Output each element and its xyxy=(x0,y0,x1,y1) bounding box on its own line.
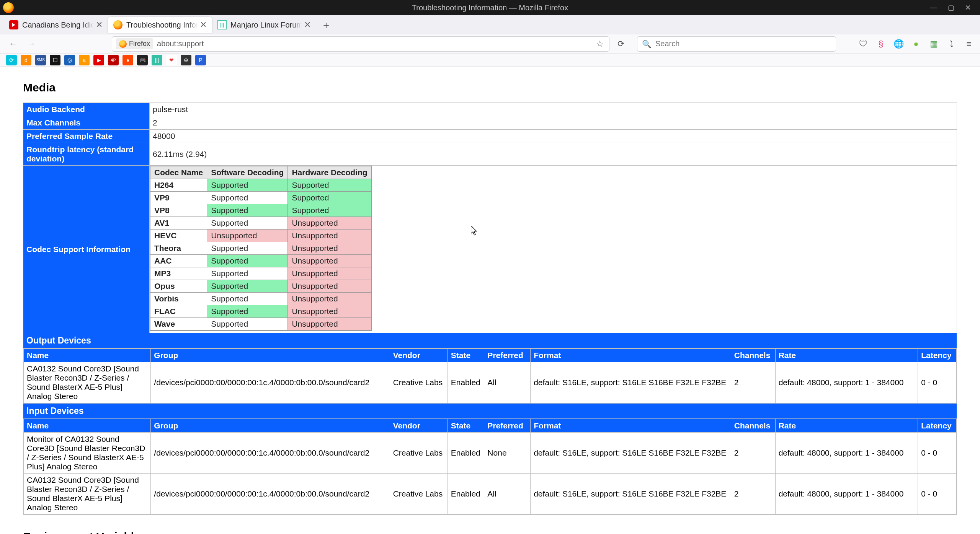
new-tab-button[interactable]: ＋ xyxy=(318,17,334,33)
codec-name: Theora xyxy=(150,242,207,255)
bookmark-star-icon[interactable]: ☆ xyxy=(596,39,604,49)
device-rate: default: 48000, support: 1 - 384000 xyxy=(775,474,918,514)
url-bar[interactable]: Firefox about:support ☆ xyxy=(112,36,609,52)
device-latency: 0 - 0 xyxy=(918,362,957,403)
search-input[interactable] xyxy=(655,39,831,48)
globe-icon[interactable]: 🌐 xyxy=(893,39,903,49)
device-group: /devices/pci0000:00/0000:00:1c.4/0000:0b… xyxy=(151,474,390,514)
identity-chip[interactable]: Firefox xyxy=(116,38,153,49)
back-button[interactable]: ← xyxy=(6,37,20,51)
shield-icon[interactable]: 🛡 xyxy=(858,39,868,49)
close-tab-icon[interactable]: ✕ xyxy=(200,20,207,30)
bookmark-icon[interactable]: ||| xyxy=(152,55,162,65)
codec-hw: Unsupported xyxy=(288,217,371,230)
tab-manjaro[interactable]: ||| Manjaro Linux Forum ✕ xyxy=(212,17,316,33)
col-header: Format xyxy=(531,349,731,362)
codec-name: AV1 xyxy=(150,217,207,230)
reload-button[interactable]: ⟳ xyxy=(614,37,628,51)
device-format: default: S16LE, support: S16LE S16BE F32… xyxy=(531,474,731,514)
bookmark-icon[interactable]: ● xyxy=(122,55,133,65)
codec-sw: Supported xyxy=(207,293,288,305)
device-channels: 2 xyxy=(731,362,775,403)
codec-row: MP3SupportedUnsupported xyxy=(150,267,372,280)
device-row: CA0132 Sound Core3D [Sound Blaster Recon… xyxy=(24,474,957,514)
bookmark-icon[interactable]: 4P xyxy=(108,55,119,65)
codec-sw: Supported xyxy=(207,305,288,318)
col-header: Latency xyxy=(918,349,957,362)
bookmark-icon[interactable]: a xyxy=(79,55,90,65)
env-heading: Environment Variables xyxy=(23,530,957,534)
device-rate: default: 48000, support: 1 - 384000 xyxy=(775,362,918,403)
codec-name: Wave xyxy=(150,318,207,330)
ext-icon[interactable]: ● xyxy=(911,39,921,49)
maximize-icon[interactable]: ▢ xyxy=(948,3,954,12)
codec-sw: Supported xyxy=(207,242,288,255)
library-icon[interactable]: ⤵ xyxy=(946,39,956,49)
col-header: Vendor xyxy=(390,349,448,362)
close-icon[interactable]: ✕ xyxy=(965,3,971,12)
youtube-icon xyxy=(9,20,18,29)
device-preferred: All xyxy=(484,474,531,514)
ext-icon[interactable]: § xyxy=(876,39,886,49)
bookmark-icon[interactable]: ❤ xyxy=(166,55,177,65)
codec-name: HEVC xyxy=(150,230,207,242)
device-latency: 0 - 0 xyxy=(918,433,957,474)
tab-youtube[interactable]: Canadians Being Idiots | P ✕ xyxy=(4,17,108,33)
bookmark-icon[interactable]: SMS xyxy=(35,55,46,65)
device-name: Monitor of CA0132 Sound Core3D [Sound Bl… xyxy=(24,433,151,474)
codec-hw: Unsupported xyxy=(288,318,371,330)
minimize-icon[interactable]: — xyxy=(930,3,937,12)
codec-sw: Supported xyxy=(207,280,288,293)
ext-icon[interactable]: ▦ xyxy=(929,39,939,49)
bookmark-icon[interactable]: ☐ xyxy=(50,55,60,65)
codec-name: AAC xyxy=(150,255,207,267)
col-header: Preferred xyxy=(484,349,531,362)
output-devices-table: NameGroupVendorStatePreferredFormatChann… xyxy=(23,348,957,403)
col-header: Channels xyxy=(731,349,775,362)
bookmark-icon[interactable]: ◎ xyxy=(64,55,75,65)
codec-row: VorbisSupportedUnsupported xyxy=(150,293,372,305)
codec-row: H264SupportedSupported xyxy=(150,179,372,192)
codec-name: VP9 xyxy=(150,192,207,204)
codec-row: TheoraSupportedUnsupported xyxy=(150,242,372,255)
codec-row: AV1SupportedUnsupported xyxy=(150,217,372,230)
codec-sw: Supported xyxy=(207,204,288,217)
device-channels: 2 xyxy=(731,474,775,514)
close-tab-icon[interactable]: ✕ xyxy=(96,20,103,30)
close-tab-icon[interactable]: ✕ xyxy=(304,20,311,30)
bookmark-icon[interactable]: ⟳ xyxy=(6,55,17,65)
device-vendor: Creative Labs xyxy=(390,433,448,474)
bookmark-icon[interactable]: d xyxy=(21,55,31,65)
input-devices-table: NameGroupVendorStatePreferredFormatChann… xyxy=(23,419,957,514)
page-content[interactable]: Media Audio Backend pulse-rust Max Chann… xyxy=(0,67,980,534)
codec-name: H264 xyxy=(150,179,207,192)
col-header: Latency xyxy=(918,419,957,433)
device-vendor: Creative Labs xyxy=(390,362,448,403)
bookmark-icon[interactable]: ⊕ xyxy=(181,55,191,65)
tab-label: Manjaro Linux Forum xyxy=(230,21,302,29)
search-bar[interactable]: 🔍 xyxy=(637,36,836,52)
codec-row: AACSupportedUnsupported xyxy=(150,255,372,267)
col-header: Codec Name xyxy=(150,166,207,179)
codec-hw: Unsupported xyxy=(288,242,371,255)
codec-name: VP8 xyxy=(150,204,207,217)
codec-name: Opus xyxy=(150,280,207,293)
hamburger-icon[interactable]: ≡ xyxy=(964,39,974,49)
search-icon: 🔍 xyxy=(642,39,652,49)
codec-name: Vorbis xyxy=(150,293,207,305)
codec-hw: Unsupported xyxy=(288,267,371,280)
row-value: 48000 xyxy=(150,130,957,143)
device-rate: default: 48000, support: 1 - 384000 xyxy=(775,433,918,474)
url-text[interactable]: about:support xyxy=(157,39,596,48)
bookmark-icon[interactable]: 🎮 xyxy=(137,55,148,65)
forward-button[interactable]: → xyxy=(24,37,38,51)
codec-row: HEVCUnsupportedUnsupported xyxy=(150,230,372,242)
device-state: Enabled xyxy=(448,474,484,514)
bookmark-icon[interactable]: P xyxy=(195,55,206,65)
tab-label: Troubleshooting Informati xyxy=(126,21,198,29)
codec-row: VP8SupportedSupported xyxy=(150,204,372,217)
tab-about-support[interactable]: Troubleshooting Informati ✕ xyxy=(108,17,212,33)
codec-sw: Unsupported xyxy=(207,230,288,242)
bookmark-icon[interactable]: ▶ xyxy=(93,55,104,65)
device-latency: 0 - 0 xyxy=(918,474,957,514)
